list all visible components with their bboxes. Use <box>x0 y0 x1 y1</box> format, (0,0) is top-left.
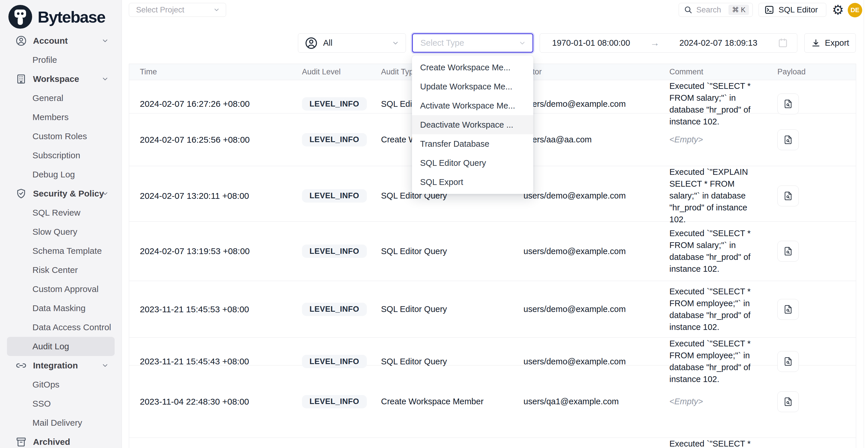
sidebar-item-mail-delivery[interactable]: Mail Delivery <box>0 413 122 433</box>
chevron-down-icon <box>213 6 220 13</box>
sidebar-item-audit-log[interactable]: Audit Log <box>7 337 115 356</box>
sidebar-item-label: SQL Review <box>32 208 81 218</box>
actor-filter-value: All <box>323 38 386 48</box>
sidebar-item-custom-roles[interactable]: Custom Roles <box>0 127 122 146</box>
sidebar-item-label: Archived <box>33 437 70 447</box>
bytebase-app: Bytebase Account Profile <box>0 0 868 448</box>
project-select-placeholder: Select Project <box>136 5 184 14</box>
sidebar-item-data-access-control[interactable]: Data Access Control <box>0 318 122 337</box>
sidebar-item-security-policy[interactable]: Security & Policy <box>0 184 122 203</box>
audit-type: SQL Editor Query <box>381 305 524 314</box>
sidebar-item-label: Schema Template <box>32 246 102 256</box>
sidebar-item-label: Data Masking <box>32 303 85 313</box>
sidebar-item-data-masking[interactable]: Data Masking <box>0 299 122 318</box>
audit-time: 2024-02-07 13:20:11 +08:00 <box>140 191 302 201</box>
bytebase-logo-icon <box>8 5 32 29</box>
sidebar-item-custom-approval[interactable]: Custom Approval <box>0 280 122 299</box>
arrow-right-icon: → <box>650 38 659 48</box>
sidebar-item-schema-template[interactable]: Schema Template <box>0 242 122 260</box>
sidebar-item-archived[interactable]: Archived <box>0 433 122 448</box>
audit-comment: Executed `"SELECT * FROM salary;"` in da… <box>670 227 777 275</box>
sidebar-item-sso[interactable]: SSO <box>0 394 122 413</box>
sidebar-item-label: Account <box>33 36 68 46</box>
audit-time: 2024-02-07 13:19:53 +08:00 <box>140 246 302 256</box>
project-select[interactable]: Select Project <box>129 3 226 17</box>
search-icon <box>684 5 693 14</box>
sidebar-nav: Account Profile Workspace <box>0 31 122 448</box>
audit-level-badge: LEVEL_INFO <box>302 245 367 258</box>
chevron-down-icon <box>101 362 109 369</box>
audit-time: 2023-11-21 15:45:43 +08:00 <box>140 357 302 366</box>
menu-item-sql-export[interactable]: SQL Export <box>412 172 533 192</box>
type-filter-select[interactable]: Select Type <box>412 33 533 53</box>
user-avatar[interactable]: DE <box>848 3 862 18</box>
export-button[interactable]: Export <box>804 33 856 53</box>
settings-gear-icon[interactable]: ⚙ <box>830 2 845 18</box>
sql-editor-button[interactable]: SQL Editor <box>758 3 826 17</box>
sidebar-item-gitops[interactable]: GitOps <box>0 375 122 394</box>
brand[interactable]: Bytebase <box>0 0 122 29</box>
sidebar-item-profile[interactable]: Profile <box>0 50 122 69</box>
view-payload-button[interactable] <box>777 391 799 412</box>
sidebar-item-account[interactable]: Account <box>0 31 122 50</box>
search-placeholder: Search <box>696 5 725 14</box>
sidebar-item-members[interactable]: Members <box>0 108 122 127</box>
audit-time: 2023-11-21 15:45:53 +08:00 <box>140 305 302 314</box>
view-payload-button[interactable] <box>777 241 799 262</box>
sidebar-item-label: Workspace <box>33 74 79 84</box>
audit-level-badge: LEVEL_INFO <box>302 355 367 368</box>
sql-editor-label: SQL Editor <box>778 5 818 14</box>
sidebar-item-label: Slow Query <box>32 227 77 237</box>
terminal-icon <box>764 5 774 15</box>
sidebar-item-workspace[interactable]: Workspace <box>0 69 122 89</box>
audit-time: 2024-02-07 16:27:26 +08:00 <box>140 99 302 109</box>
audit-actor: users/demo@example.com <box>524 305 670 314</box>
sidebar: Bytebase Account Profile <box>0 0 122 448</box>
chevron-down-icon <box>101 75 109 83</box>
sidebar-item-debug-log[interactable]: Debug Log <box>0 165 122 184</box>
download-icon <box>811 38 821 48</box>
sidebar-item-label: Members <box>32 112 69 122</box>
audit-comment: <Empty> <box>670 134 777 146</box>
table-row: 2023-11-21 15:45:53 +08:00 LEVEL_INFO SQ… <box>129 281 856 338</box>
column-header-audit-level: Audit Level <box>302 67 381 76</box>
sidebar-item-integration[interactable]: Integration <box>0 356 122 375</box>
audit-type: SQL Editor Query <box>381 247 524 256</box>
actor-filter-select[interactable]: All <box>298 33 406 53</box>
sidebar-item-sql-review[interactable]: SQL Review <box>0 203 122 222</box>
sidebar-item-label: Custom Approval <box>32 284 98 294</box>
view-payload-button[interactable] <box>777 299 799 320</box>
table-row: 2024-02-07 13:19:53 +08:00 LEVEL_INFO SQ… <box>129 222 856 281</box>
user-circle-icon <box>15 35 27 47</box>
date-from-value: 1970-01-01 08:00:00 <box>552 38 630 48</box>
sidebar-item-slow-query[interactable]: Slow Query <box>0 222 122 242</box>
audit-level-badge: LEVEL_INFO <box>302 303 367 316</box>
sidebar-item-risk-center[interactable]: Risk Center <box>0 260 122 280</box>
calendar-icon <box>777 38 788 49</box>
sidebar-item-label: Security & Policy <box>33 189 104 198</box>
column-header-payload: Payload <box>777 67 856 76</box>
audit-time: 2024-02-07 16:25:56 +08:00 <box>140 135 302 145</box>
view-payload-button[interactable] <box>777 186 799 206</box>
scrollbar[interactable] <box>864 0 868 448</box>
sidebar-item-label: Audit Log <box>32 342 69 351</box>
date-range-picker[interactable]: 1970-01-01 08:00:00 → 2024-02-07 18:09:1… <box>540 33 797 53</box>
menu-item-update-workspace-member[interactable]: Update Workspace Me... <box>412 77 533 96</box>
view-payload-button[interactable] <box>777 129 799 150</box>
menu-item-sql-editor-query[interactable]: SQL Editor Query <box>412 153 533 172</box>
audit-level-badge: LEVEL_INFO <box>302 189 367 202</box>
menu-item-activate-workspace-member[interactable]: Activate Workspace Me... <box>412 96 533 115</box>
sidebar-item-general[interactable]: General <box>0 89 122 108</box>
audit-type: Create Workspace Member <box>381 397 524 406</box>
view-payload-button[interactable] <box>777 351 799 372</box>
menu-item-deactivate-workspace-member[interactable]: Deactivate Workspace ... <box>412 115 533 134</box>
sidebar-item-label: General <box>32 93 63 103</box>
audit-actor: users/qa1@example.com <box>524 397 670 406</box>
sidebar-item-subscription[interactable]: Subscription <box>0 146 122 165</box>
view-payload-button[interactable] <box>777 94 799 114</box>
menu-item-transfer-database[interactable]: Transfer Database <box>412 134 533 153</box>
export-label: Export <box>825 38 849 48</box>
menu-item-create-workspace-member[interactable]: Create Workspace Me... <box>412 58 533 77</box>
sidebar-item-label: Debug Log <box>32 169 75 180</box>
search-input[interactable]: Search ⌘ K <box>679 3 753 17</box>
